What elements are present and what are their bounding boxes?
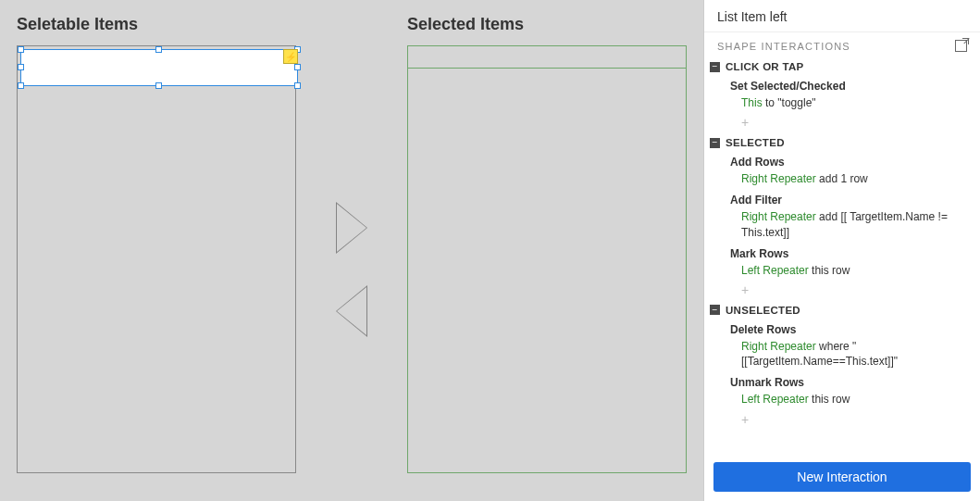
action-title[interactable]: Mark Rows — [730, 244, 973, 262]
selectable-column: Seletable Items ⚡ — [17, 15, 296, 486]
action-block: Unmark RowsLeft Repeater this row — [706, 372, 973, 410]
resize-handle-mr[interactable] — [294, 64, 301, 70]
action-block: Delete RowsRight Repeater where "[[Targe… — [706, 319, 973, 372]
transfer-arrows — [333, 15, 370, 486]
popout-icon[interactable] — [955, 40, 967, 52]
panel-section-label: SHAPE INTERACTIONS — [717, 41, 850, 52]
action-rest: to "toggle" — [763, 96, 816, 109]
resize-handle-bl[interactable] — [18, 82, 24, 89]
action-block: Add FilterRight Repeater add [[ TargetIt… — [706, 190, 973, 243]
resize-handle-br[interactable] — [294, 82, 301, 89]
list-item-left-selected[interactable]: ⚡ — [20, 49, 298, 86]
selected-list-first-row[interactable] — [408, 46, 686, 69]
new-interaction-button[interactable]: New Interaction — [713, 462, 971, 492]
interactions-tree: −CLICK OR TAPSet Selected/CheckedThis to… — [704, 56, 980, 453]
add-action-container: + — [706, 411, 973, 431]
action-title[interactable]: Add Filter — [730, 190, 973, 208]
action-block: Mark RowsLeft Repeater this row — [706, 244, 973, 282]
event-row[interactable]: −CLICK OR TAP — [706, 57, 973, 76]
action-title[interactable]: Add Rows — [730, 152, 973, 170]
selectable-list-box[interactable]: ⚡ — [17, 45, 296, 473]
add-action-icon[interactable]: + — [730, 411, 973, 429]
action-title[interactable]: Set Selected/Checked — [730, 76, 973, 94]
resize-handle-tl[interactable] — [18, 46, 24, 53]
event-label: UNSELECTED — [726, 305, 800, 316]
selected-list-box[interactable] — [407, 45, 687, 473]
add-action-container: + — [706, 282, 973, 301]
selected-title: Selected Items — [407, 15, 687, 34]
action-target: Left Repeater — [741, 393, 809, 406]
event-label: CLICK OR TAP — [726, 61, 804, 72]
event-row[interactable]: −UNSELECTED — [706, 301, 973, 319]
add-action-icon[interactable]: + — [730, 282, 973, 299]
panel-footer: New Interaction — [704, 453, 980, 501]
action-detail[interactable]: Right Repeater add 1 row — [730, 170, 973, 188]
move-right-button[interactable] — [336, 202, 367, 254]
panel-section-header: SHAPE INTERACTIONS — [704, 32, 980, 56]
add-action-icon[interactable]: + — [730, 114, 973, 132]
action-block: Set Selected/CheckedThis to "toggle" — [706, 76, 973, 114]
action-target: This — [741, 96, 763, 109]
action-rest: add 1 row — [816, 172, 868, 185]
resize-handle-bm[interactable] — [155, 82, 162, 89]
resize-handle-tm[interactable] — [155, 46, 162, 53]
collapse-icon[interactable]: − — [710, 62, 720, 72]
action-title[interactable]: Delete Rows — [730, 319, 973, 338]
panel-title: List Item left — [704, 0, 980, 32]
panel-title-text: List Item left — [717, 9, 787, 24]
collapse-icon[interactable]: − — [710, 138, 720, 148]
action-detail[interactable]: This to "toggle" — [730, 94, 973, 112]
add-action-container: + — [706, 114, 973, 133]
interactions-panel: List Item left SHAPE INTERACTIONS −CLICK… — [703, 0, 980, 501]
event-row[interactable]: −SELECTED — [706, 133, 973, 152]
action-detail[interactable]: Left Repeater this row — [730, 262, 973, 280]
move-left-button[interactable] — [336, 285, 367, 337]
action-detail[interactable]: Right Repeater add [[ TargetItem.Name !=… — [730, 208, 973, 241]
resize-handle-ml[interactable] — [18, 64, 24, 70]
canvas-area[interactable]: Seletable Items ⚡ Selected Items — [0, 0, 703, 501]
event-label: SELECTED — [726, 137, 785, 148]
collapse-icon[interactable]: − — [710, 305, 720, 315]
action-detail[interactable]: Left Repeater this row — [730, 391, 973, 408]
action-target: Right Repeater — [741, 340, 816, 353]
action-block: Add RowsRight Repeater add 1 row — [706, 152, 973, 190]
action-detail[interactable]: Right Repeater where "[[TargetItem.Name=… — [730, 338, 973, 370]
selected-column: Selected Items — [407, 15, 687, 486]
action-title[interactable]: Unmark Rows — [730, 372, 973, 391]
selectable-title: Seletable Items — [17, 15, 296, 34]
action-target: Right Repeater — [741, 210, 816, 223]
action-target: Left Repeater — [741, 264, 809, 277]
action-rest: this row — [809, 264, 850, 277]
interaction-bolt-icon[interactable]: ⚡ — [283, 49, 298, 64]
action-target: Right Repeater — [741, 172, 816, 185]
action-rest: this row — [809, 393, 850, 406]
